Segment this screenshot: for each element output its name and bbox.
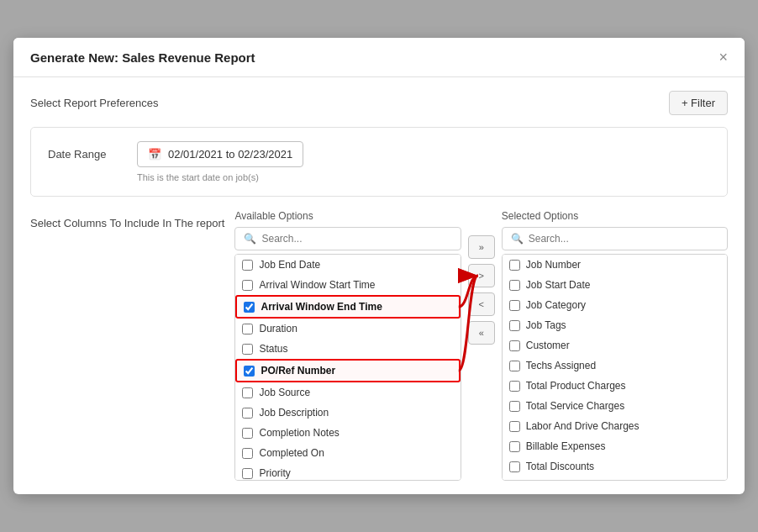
- item-label: Total Service Charges: [526, 400, 624, 412]
- item-checkbox[interactable]: [509, 361, 520, 371]
- available-list-item[interactable]: Status: [235, 339, 460, 359]
- selected-options-box: Selected Options 🔍 Job NumberJob Start D…: [502, 210, 728, 481]
- date-range-hint: This is the start date on job(s): [137, 172, 710, 182]
- date-range-section: Date Range 📅 02/01/2021 to 02/23/2021 Th…: [30, 127, 728, 197]
- item-label: PO/Ref Number: [261, 365, 335, 377]
- selected-list-item[interactable]: Total Taxes: [503, 477, 727, 481]
- selected-list-item[interactable]: Customer: [503, 335, 727, 356]
- columns-section: Select Columns To Include In The report …: [30, 210, 728, 481]
- item-checkbox[interactable]: [509, 260, 520, 271]
- item-checkbox[interactable]: [509, 461, 520, 472]
- date-range-input[interactable]: 📅 02/01/2021 to 02/23/2021: [137, 141, 303, 167]
- available-list-item[interactable]: Arrival Window Start Time: [235, 275, 460, 295]
- selected-list-item[interactable]: Job Start Date: [503, 275, 727, 295]
- selected-search-box[interactable]: 🔍: [502, 227, 728, 250]
- item-checkbox[interactable]: [242, 260, 253, 271]
- transfer-buttons: » > < «: [468, 210, 495, 345]
- available-list-item[interactable]: Job Description: [235, 403, 460, 423]
- item-label: Job Tags: [526, 319, 566, 331]
- available-search-input[interactable]: [261, 233, 451, 245]
- available-list-item[interactable]: Job Source: [235, 382, 460, 403]
- selected-list-item[interactable]: Techs Assigned: [503, 356, 727, 376]
- move-right-button[interactable]: >: [468, 264, 495, 287]
- item-checkbox[interactable]: [509, 401, 520, 412]
- item-label: Job Category: [526, 299, 586, 311]
- search-icon-selected: 🔍: [511, 233, 524, 245]
- preferences-row: Select Report Preferences + Filter: [30, 91, 728, 115]
- columns-label: Select Columns To Include In The report: [30, 210, 224, 229]
- selected-list-item[interactable]: Job Number: [503, 255, 727, 275]
- available-options-title: Available Options: [234, 210, 461, 222]
- available-list-item[interactable]: Completion Notes: [235, 423, 460, 443]
- available-list-item[interactable]: Duration: [235, 319, 460, 339]
- item-label: Job End Date: [259, 259, 320, 271]
- item-checkbox[interactable]: [242, 387, 253, 398]
- selected-list-item[interactable]: Total Service Charges: [503, 396, 727, 416]
- item-checkbox[interactable]: [509, 280, 520, 291]
- item-label: Status: [259, 343, 287, 355]
- item-label: Techs Assigned: [526, 360, 596, 371]
- modal: Generate New: Sales Revenue Report × Sel…: [13, 38, 745, 494]
- selected-options-title: Selected Options: [502, 210, 728, 222]
- item-checkbox[interactable]: [242, 448, 253, 459]
- item-label: Priority: [259, 467, 290, 479]
- available-list-item[interactable]: Completed On: [235, 443, 460, 463]
- preferences-label: Select Report Preferences: [30, 97, 158, 109]
- item-label: Duration: [259, 323, 297, 334]
- item-checkbox[interactable]: [244, 302, 255, 313]
- item-label: Job Source: [259, 387, 310, 398]
- selected-search-input[interactable]: [529, 233, 719, 245]
- double-left-icon: «: [479, 328, 484, 338]
- available-list-item[interactable]: Priority: [235, 463, 460, 481]
- selected-list-item[interactable]: Billable Expenses: [503, 436, 727, 456]
- item-label: Job Number: [526, 259, 581, 271]
- item-checkbox[interactable]: [242, 468, 253, 479]
- close-button[interactable]: ×: [719, 50, 728, 65]
- columns-panel: Available Options 🔍 Job End DateArrival …: [234, 210, 728, 481]
- modal-body: Select Report Preferences + Filter Date …: [13, 77, 745, 494]
- item-label: Arrival Window Start Time: [259, 279, 375, 291]
- search-icon: 🔍: [244, 233, 256, 245]
- item-checkbox[interactable]: [242, 280, 253, 291]
- item-checkbox[interactable]: [509, 340, 520, 351]
- selected-list-item[interactable]: Labor And Drive Charges: [503, 416, 727, 436]
- available-list-item[interactable]: Job End Date: [235, 255, 460, 275]
- item-checkbox[interactable]: [509, 300, 520, 311]
- available-list-item[interactable]: PO/Ref Number: [235, 359, 460, 382]
- date-range-label: Date Range: [48, 148, 124, 161]
- modal-header: Generate New: Sales Revenue Report ×: [13, 38, 745, 77]
- item-label: Total Discounts: [526, 461, 594, 472]
- item-label: Job Start Date: [526, 279, 591, 291]
- item-checkbox[interactable]: [509, 421, 520, 432]
- calendar-icon: 📅: [148, 148, 161, 161]
- item-checkbox[interactable]: [242, 324, 253, 334]
- modal-title: Generate New: Sales Revenue Report: [30, 50, 255, 65]
- modal-overlay: Generate New: Sales Revenue Report × Sel…: [0, 0, 758, 532]
- selected-list-item[interactable]: Job Tags: [503, 315, 727, 335]
- item-checkbox[interactable]: [242, 428, 253, 439]
- single-right-icon: >: [479, 271, 484, 281]
- date-range-value: 02/01/2021 to 02/23/2021: [168, 148, 292, 161]
- selected-list-box: Job NumberJob Start DateJob CategoryJob …: [502, 254, 728, 481]
- item-checkbox[interactable]: [509, 320, 520, 331]
- item-label: Billable Expenses: [526, 440, 606, 452]
- available-options-box: Available Options 🔍 Job End DateArrival …: [234, 210, 461, 481]
- item-checkbox[interactable]: [509, 441, 520, 452]
- available-search-box[interactable]: 🔍: [234, 227, 461, 250]
- selected-list-item[interactable]: Total Discounts: [503, 456, 727, 477]
- move-all-right-button[interactable]: »: [468, 235, 495, 259]
- selected-list-item[interactable]: Total Product Charges: [503, 376, 727, 396]
- double-right-icon: »: [479, 242, 484, 252]
- item-checkbox[interactable]: [509, 381, 520, 392]
- item-checkbox[interactable]: [242, 344, 253, 355]
- item-label: Total Product Charges: [526, 380, 626, 392]
- selected-list-item[interactable]: Job Category: [503, 295, 727, 315]
- move-left-button[interactable]: <: [468, 292, 495, 316]
- item-checkbox[interactable]: [242, 408, 253, 419]
- date-range-row: Date Range 📅 02/01/2021 to 02/23/2021: [48, 141, 710, 167]
- item-label: Customer: [526, 340, 570, 351]
- item-checkbox[interactable]: [244, 366, 255, 377]
- available-list-item[interactable]: Arrival Window End Time: [235, 295, 460, 319]
- move-all-left-button[interactable]: «: [468, 321, 495, 345]
- filter-button[interactable]: + Filter: [669, 91, 728, 115]
